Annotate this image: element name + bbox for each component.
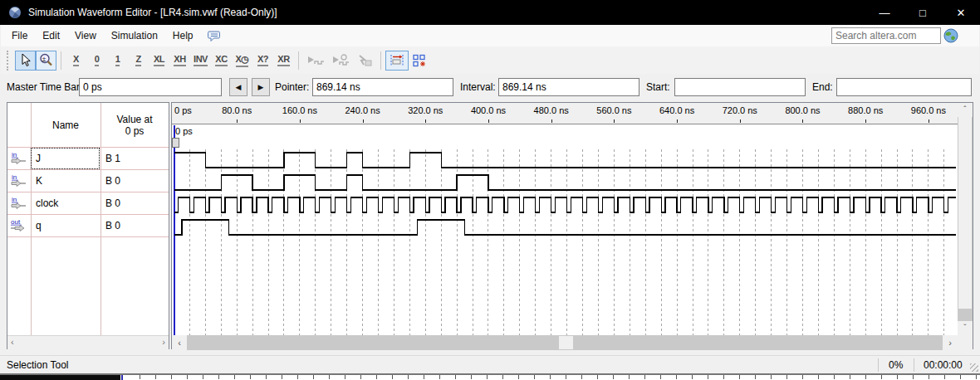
resize-grip[interactable] [970,363,978,372]
ruler-label: 0 ps [174,105,192,115]
scroll-down-icon[interactable]: ˇ [958,321,973,335]
input-pin-icon: in [9,196,29,212]
signal-names-pane: Name Value at 0 ps in J B 1 in K B 0 [7,102,169,349]
selection-tool-button[interactable] [15,51,36,71]
count-value-button[interactable]: XC [211,51,232,71]
value-column-header: Value at 0 ps [102,114,167,137]
waveform-hscrollbar[interactable]: ‹ › [172,335,958,350]
signal-value: B 1 [105,153,120,164]
scroll-up-icon[interactable]: ˆ [958,103,973,117]
ruler-tick [802,119,803,123]
ruler-tick [488,119,489,123]
generate-testbench-button[interactable] [353,51,376,71]
hscroll-thumb[interactable] [559,336,573,349]
time-bar-marker-handle[interactable] [172,138,179,148]
snap-to-transition-button[interactable] [385,51,409,71]
waveform-q [174,220,957,235]
background-window-strip [0,373,980,380]
signal-value: B 0 [105,197,120,209]
menu-item-simulation[interactable]: Simulation [104,27,165,45]
ruler-label: 960.0 ns [902,105,955,115]
signal-row-k[interactable]: in K B 0 [7,170,169,192]
ruler-tick [677,119,678,123]
testbench-icon [356,54,373,67]
random-values-button[interactable]: XR [273,51,294,71]
search-input[interactable] [831,27,941,44]
snap-to-grid-button[interactable] [409,51,431,71]
ruler-tick [614,119,615,123]
scroll-right-icon[interactable]: › [943,335,958,350]
svg-text:±: ± [42,55,47,63]
zoom-tool-button[interactable]: ± [36,51,56,71]
signal-value: B 0 [105,175,120,187]
status-elapsed: 00:00:00 [924,359,963,371]
menu-item-file[interactable]: File [4,27,35,45]
master-time-bar-input[interactable] [79,78,222,96]
vscroll-thumb[interactable] [958,117,972,309]
signal-row-q[interactable]: out q B 0 [7,215,169,237]
close-button[interactable]: ✕ [942,0,980,25]
timeline-ruler[interactable]: 0 ps80.0 ns160.0 ns240.0 ns320.0 ns400.0… [172,103,958,124]
simulation-waveform-editor-window: Simulation Waveform Editor - [LR4.sim.vw… [0,0,980,380]
menu-item-edit[interactable]: Edit [35,27,67,45]
time-bar-right-button[interactable]: ▶ [252,78,270,96]
master-time-bar-label: Master Time Bar: [7,81,82,93]
selected-signal-focus [31,148,100,169]
scrollbar-corner [958,335,973,350]
svg-text:out: out [11,218,21,226]
time-bar-row: Master Time Bar: ◀ ▶ Pointer: Interval: … [0,75,980,100]
force-high-button[interactable]: 1 [107,51,128,71]
pointer-input[interactable] [312,78,453,96]
waveform-canvas[interactable]: 0 ps [172,125,958,335]
overwrite-clock-button[interactable]: X◷ [232,51,252,71]
start-input[interactable] [674,78,806,96]
ruler-label: 400.0 ns [462,105,515,115]
time-bar-left-button[interactable]: ◀ [229,78,247,96]
signal-name: q [36,220,42,231]
minimize-button[interactable]: ― [865,0,904,25]
ruler-label: 160.0 ns [273,105,326,115]
force-weak-low-button[interactable]: XL [149,51,169,71]
menu-item-help[interactable]: Help [165,27,201,45]
run-timing-simulation-button[interactable] [328,51,353,71]
toolbar-grip[interactable] [7,51,10,71]
title-bar: Simulation Waveform Editor - [LR4.sim.vw… [0,0,980,25]
input-pin-icon: in [9,173,29,189]
force-low-button[interactable]: 0 [86,51,107,71]
ruler-tick [300,119,301,123]
force-weak-high-button[interactable]: XH [169,51,190,71]
interval-input[interactable] [498,78,639,96]
timing-simulation-icon [331,54,350,67]
scroll-left-icon[interactable]: ‹ [11,337,14,347]
window-title: Simulation Waveform Editor - [LR4.sim.vw… [28,7,277,18]
status-progress: 0% [889,359,903,371]
status-bar: Selection Tool 0% 00:00:00 [0,355,980,373]
svg-text:in: in [12,151,17,158]
globe-icon[interactable] [943,28,958,43]
waveform-K [174,175,957,190]
ruler-tick [929,119,929,123]
maximize-button[interactable]: □ [904,0,942,25]
signal-row-clock[interactable]: in clock B 0 [7,192,169,215]
end-input[interactable] [836,78,972,96]
output-pin-icon: out [9,218,29,234]
ruler-label: 720.0 ns [713,105,767,115]
force-high-impedance-button[interactable]: Z [128,51,149,71]
ruler-label: 880.0 ns [839,105,892,115]
start-label: Start: [646,81,670,93]
run-functional-simulation-button[interactable] [303,51,328,71]
scroll-left-icon[interactable]: ‹ [172,335,187,350]
waveform-vscrollbar[interactable]: ˆ ˇ [958,103,973,335]
forcing-unknown-button[interactable]: X [66,51,86,71]
ruler-label: 320.0 ns [399,105,452,115]
invert-button[interactable]: INV [190,51,211,71]
scroll-right-icon[interactable]: › [162,337,165,347]
feedback-bubble-icon[interactable] [208,30,222,42]
signal-value: B 0 [105,220,120,231]
waveform-J [174,153,957,168]
arbitrary-value-button[interactable]: X? [252,51,273,71]
menu-item-view[interactable]: View [67,27,104,45]
ruler-label: 240.0 ns [336,105,390,115]
master-time-bar-line [174,125,175,335]
names-hscrollbar[interactable]: ‹ › [7,335,169,349]
